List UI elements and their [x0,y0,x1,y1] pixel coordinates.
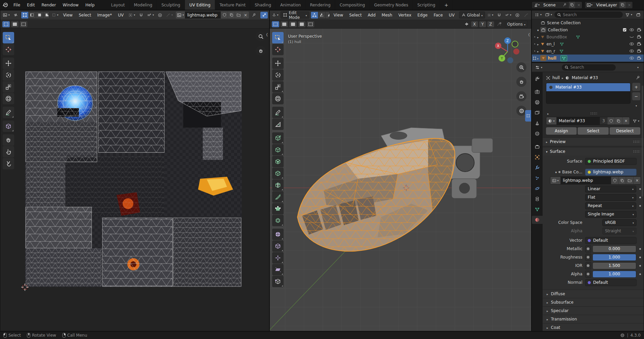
vp-tool-edge-slide[interactable] [272,240,284,252]
uv-menu-uv[interactable]: UV [116,11,126,19]
vp-camera-view-icon[interactable] [516,91,526,101]
alpha-socket-icon[interactable] [585,271,591,278]
tab-object-data[interactable] [532,205,543,213]
tab-texture-paint[interactable]: Texture Paint [215,0,250,10]
slot-footer-expand-icon[interactable] [547,111,549,116]
vp-select-subtract-button[interactable] [289,21,297,27]
vp-tool-scale[interactable] [272,81,284,93]
material-browse-icon[interactable] [546,117,556,125]
panel-subsurface[interactable]: Subsurface [543,298,644,306]
alpha-slider[interactable]: 1.000 [592,271,636,278]
menu-edit[interactable]: Edit [24,0,38,10]
outliner-filter-type-dropdown[interactable] [544,11,553,18]
uv-select-extend-button[interactable] [11,21,19,27]
menu-window[interactable]: Window [59,0,82,10]
pin-icon[interactable] [561,2,569,8]
tab-output[interactable] [532,98,543,106]
uv-editor-type-button[interactable] [2,12,11,19]
uv-sticky-selection-dropdown[interactable] [51,12,59,19]
outliner-search[interactable] [554,11,623,18]
vp-menu-select[interactable]: Select [347,11,364,19]
tab-constraints[interactable] [532,195,543,203]
en-r-expand-icon[interactable] [537,49,539,54]
uv-tool-grab-brush[interactable] [3,134,14,146]
vp-select-extend-button[interactable] [281,21,288,27]
uv-image-browse-icon[interactable] [176,11,185,19]
mirror-icon[interactable] [463,21,471,28]
image-unlink-icon[interactable] [633,177,641,184]
hull-hide-eye-icon[interactable] [629,56,634,61]
menu-file[interactable]: File [10,0,24,10]
uv-tool-rotate[interactable] [3,69,14,81]
vp-tool-poly-build[interactable] [272,203,284,214]
mode-dropdown[interactable]: Edit Mode [281,11,309,19]
uv-pan-icon[interactable] [256,46,266,56]
boundbox-expand-icon[interactable] [537,35,539,39]
roughness-socket-icon[interactable] [585,254,591,261]
uv-tool-select-box[interactable] [3,32,14,43]
uv-tool-scale[interactable] [3,81,14,93]
extension-keyframe-dot[interactable] [639,205,641,207]
vp-tool-measure[interactable] [272,118,284,130]
uv-tool-pinch-brush[interactable] [3,158,14,169]
vp-tool-smooth[interactable] [272,229,284,240]
vp-tool-transform[interactable] [272,93,284,104]
tab-animation[interactable]: Animation [276,0,305,10]
interpolation-dropdown[interactable]: Linear [585,185,636,193]
image-name-field[interactable]: lightmap.webp [560,177,611,184]
outliner-display-mode-dropdown[interactable] [534,11,543,18]
tab-scripting[interactable]: Scripting [413,0,440,10]
boundbox-name[interactable]: BoundBox [547,35,567,39]
copy-viewlayer-icon[interactable] [619,2,626,8]
collection-hide-eye-icon[interactable] [629,27,634,32]
tab-world[interactable] [532,130,543,138]
image-copy-icon[interactable] [618,177,626,184]
base-color-field[interactable]: lightmap.webp [585,169,637,176]
vp-pan-icon[interactable] [516,77,526,87]
vp-menu-mesh[interactable]: Mesh [379,11,395,19]
en-l-name[interactable]: en_l [547,42,555,46]
viewport-editor-type-button[interactable] [271,12,279,19]
interpolation-keyframe-dot[interactable] [639,188,641,190]
uv-select-mode-island[interactable] [43,12,50,19]
uv-tool-cursor[interactable] [3,44,14,55]
uv-canvas[interactable]: ❬ [0,29,269,331]
tab-modeling[interactable]: Modeling [130,0,157,10]
preview-panel-header[interactable]: Preview [543,137,644,146]
uv-tool-annotate[interactable] [3,107,14,118]
tab-rendering[interactable]: Rendering [305,0,335,10]
alpha-mode-dropdown[interactable]: Straight [602,228,637,235]
scene-icon[interactable] [532,2,541,8]
uv-image-pin-icon[interactable] [250,12,258,19]
vp-select-intersect-button[interactable] [307,21,314,27]
en-r-name[interactable]: en_r [547,49,555,54]
slot-list-resize-grip[interactable] [590,112,598,115]
delete-scene-icon[interactable] [575,2,582,8]
select-mode-vertex[interactable] [311,12,318,19]
en-l-hide-eye-icon[interactable] [629,41,634,46]
tab-uv-editing[interactable]: UV Editing [185,0,215,10]
select-mode-edge[interactable] [318,12,326,19]
tab-sculpting[interactable]: Sculpting [157,0,185,10]
collection-render-camera-icon[interactable] [637,27,642,32]
panel-specular[interactable]: Specular [543,306,644,315]
uv-image-name-field[interactable]: lightmap.webp [185,11,221,19]
vp-tool-loop-cut[interactable] [272,179,284,191]
delete-viewlayer-icon[interactable] [626,2,633,8]
mirror-y-toggle[interactable]: Y [479,21,486,27]
uv-tool-relax-brush[interactable] [3,146,14,158]
vp-tool-knife[interactable] [272,191,284,203]
vp-select-new-button[interactable] [272,21,279,27]
uv-menu-image[interactable]: Image* [95,11,115,19]
material-fake-user-icon[interactable] [607,117,615,125]
vp-menu-vertex[interactable]: Vertex [396,11,414,19]
select-button[interactable]: Select [578,127,608,135]
uv-pivot-dropdown[interactable] [127,12,136,19]
uv-menu-view[interactable]: View [61,11,75,19]
properties-options-dropdown[interactable] [634,64,642,71]
vp-tool-extrude-region[interactable] [272,144,284,156]
vp-menu-add[interactable]: Add [365,11,378,19]
tab-geometry-nodes[interactable]: Geometry Nodes [370,0,413,10]
uv-menu-select[interactable]: Select [76,11,94,19]
uv-select-subtract-button[interactable] [20,21,27,27]
